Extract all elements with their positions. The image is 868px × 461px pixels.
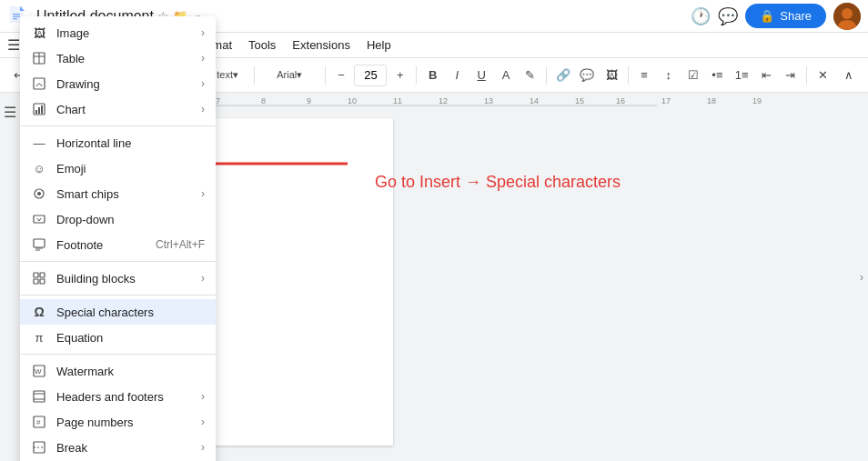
svg-text:16: 16 — [616, 96, 625, 105]
svg-text:W: W — [35, 367, 42, 376]
menu-item-drawing[interactable]: Drawing › — [20, 71, 216, 96]
special-characters-icon: Ω — [31, 304, 47, 320]
collapse-toolbar-button[interactable]: ∧ — [838, 64, 861, 87]
svg-rect-43 — [34, 279, 38, 284]
insert-image-button[interactable]: 🖼 — [601, 64, 623, 87]
svg-rect-42 — [40, 273, 45, 277]
menu-item-smart-chips[interactable]: Smart chips › — [20, 181, 216, 206]
toolbar-divider-3 — [254, 66, 255, 85]
numbered-list-button[interactable]: 1≡ — [731, 64, 753, 87]
svg-point-36 — [37, 192, 41, 195]
toolbar-divider-5 — [416, 66, 417, 85]
emoji-icon: ☺ — [31, 160, 47, 176]
ruler-container: 4 5 6 7 8 9 10 11 12 13 14 15 16 17 18 1… — [20, 93, 868, 461]
align-button[interactable]: ≡ — [633, 64, 656, 87]
menu-item-break[interactable]: Break › — [20, 435, 216, 460]
toolbar-divider-4 — [325, 66, 326, 85]
menu-item-horizontal-line[interactable]: — Horizontal line — [20, 130, 216, 155]
line-spacing-button[interactable]: ↕ — [657, 64, 680, 87]
building-blocks-icon — [31, 270, 47, 286]
toolbar-divider-7 — [628, 66, 629, 85]
menu-item-extensions[interactable]: Extensions — [285, 36, 358, 54]
svg-rect-33 — [38, 107, 40, 114]
right-collapse-btn[interactable]: › — [855, 93, 868, 461]
menu-item-headers-footers[interactable]: Headers and footers › — [20, 384, 216, 409]
svg-point-6 — [842, 8, 853, 19]
menu-item-chart[interactable]: Chart › — [20, 96, 216, 122]
clear-format-button[interactable]: ✕ — [812, 64, 834, 87]
history-icon[interactable]: 🕐 — [691, 6, 711, 26]
smart-chips-icon — [31, 185, 47, 202]
menu-item-tools[interactable]: Tools — [241, 36, 283, 54]
decrease-font-button[interactable]: − — [330, 64, 353, 87]
toolbar-divider-6 — [546, 66, 547, 85]
dropdown-icon — [31, 211, 47, 227]
toolbar-divider-8 — [806, 66, 807, 85]
menu-item-footnote[interactable]: Footnote Ctrl+Alt+F — [20, 232, 216, 257]
increase-indent-button[interactable]: ⇥ — [779, 64, 802, 87]
drawing-icon — [31, 75, 47, 92]
menu-item-image[interactable]: 🖼 Image › — [20, 20, 216, 45]
svg-text:13: 13 — [484, 96, 493, 105]
svg-text:7: 7 — [216, 96, 220, 105]
comments-icon[interactable]: 💬 — [718, 6, 738, 26]
svg-text:18: 18 — [707, 96, 716, 105]
equation-icon: π — [31, 329, 47, 346]
checklist-button[interactable]: ☑ — [681, 64, 704, 87]
content-area: ☰ 4 5 6 7 8 9 10 11 12 13 14 15 — [0, 93, 868, 461]
bullet-list-button[interactable]: •≡ — [706, 64, 729, 87]
font-family-button[interactable]: Arial▾ — [259, 64, 320, 87]
outline-icon[interactable]: ☰ — [4, 104, 16, 121]
menu-item-emoji[interactable]: ☺ Emoji — [20, 155, 216, 181]
table-icon — [31, 50, 47, 66]
menu-item-dropdown[interactable]: Drop-down — [20, 206, 216, 232]
font-size-input[interactable] — [354, 65, 387, 86]
menu-item-table[interactable]: Table › — [20, 45, 216, 71]
svg-rect-4 — [13, 18, 17, 19]
decrease-indent-button[interactable]: ⇤ — [755, 64, 778, 87]
hamburger-icon[interactable]: ☰ — [7, 36, 20, 54]
svg-text:11: 11 — [393, 96, 402, 105]
menu-item-equation[interactable]: π Equation — [20, 325, 216, 350]
svg-text:12: 12 — [439, 96, 448, 105]
svg-text:#: # — [36, 418, 41, 426]
svg-text:17: 17 — [661, 96, 671, 105]
svg-text:15: 15 — [575, 96, 584, 105]
svg-rect-41 — [34, 273, 38, 277]
svg-text:8: 8 — [261, 96, 266, 105]
svg-text:10: 10 — [348, 96, 357, 105]
avatar[interactable] — [833, 3, 861, 30]
svg-rect-34 — [41, 105, 43, 114]
underline-button[interactable]: U — [470, 64, 493, 87]
highlight-color-button[interactable]: ✎ — [519, 64, 541, 87]
doc-area: 🖼 Image › Table › Drawing › — [20, 109, 868, 461]
menu-item-building-blocks[interactable]: Building blocks › — [20, 266, 216, 291]
svg-text:19: 19 — [752, 96, 762, 105]
divider-3 — [20, 295, 216, 296]
svg-rect-44 — [40, 279, 45, 284]
menu-item-page-numbers[interactable]: # Page numbers › — [20, 409, 216, 435]
text-color-button[interactable]: A — [495, 64, 518, 87]
bold-button[interactable]: B — [421, 64, 444, 87]
share-button[interactable]: 🔒 Share — [745, 4, 826, 28]
menu-item-help[interactable]: Help — [359, 36, 399, 54]
menu-item-special-characters[interactable]: Ω Special characters — [20, 299, 216, 325]
italic-button[interactable]: I — [446, 64, 469, 87]
svg-rect-3 — [13, 15, 20, 16]
svg-rect-2 — [13, 14, 20, 15]
svg-rect-47 — [34, 391, 45, 402]
svg-rect-32 — [35, 110, 37, 114]
footnote-icon — [31, 236, 47, 253]
insert-link-button[interactable]: 🔗 — [551, 64, 574, 87]
increase-font-button[interactable]: + — [389, 64, 411, 87]
title-right: 🕐 💬 🔒 Share — [691, 3, 861, 30]
horizontal-line-icon: — — [31, 135, 47, 151]
divider-1 — [20, 125, 216, 126]
menu-item-watermark[interactable]: W Watermark — [20, 358, 216, 384]
svg-rect-38 — [34, 239, 45, 247]
page-numbers-icon: # — [31, 414, 47, 430]
insert-comment-button[interactable]: 💬 — [576, 64, 599, 87]
watermark-icon: W — [31, 363, 47, 379]
lock-icon: 🔒 — [760, 9, 774, 23]
left-sidebar: ☰ — [0, 93, 20, 461]
